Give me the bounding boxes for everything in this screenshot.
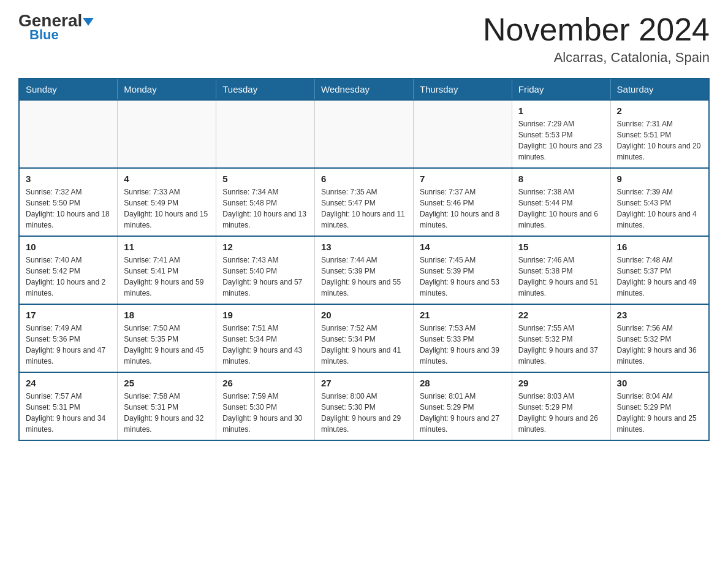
calendar-cell: 30Sunrise: 8:04 AMSunset: 5:29 PMDayligh… bbox=[610, 372, 709, 440]
day-number: 18 bbox=[124, 310, 210, 320]
day-info: Sunrise: 7:50 AMSunset: 5:35 PMDaylight:… bbox=[124, 323, 210, 367]
calendar-cell: 25Sunrise: 7:58 AMSunset: 5:31 PMDayligh… bbox=[118, 372, 216, 440]
calendar-week-row: 10Sunrise: 7:40 AMSunset: 5:42 PMDayligh… bbox=[19, 236, 709, 304]
calendar-cell: 23Sunrise: 7:56 AMSunset: 5:32 PMDayligh… bbox=[610, 304, 709, 372]
day-info: Sunrise: 7:48 AMSunset: 5:37 PMDaylight:… bbox=[617, 255, 702, 299]
day-info: Sunrise: 8:04 AMSunset: 5:29 PMDaylight:… bbox=[617, 391, 702, 435]
calendar-cell: 16Sunrise: 7:48 AMSunset: 5:37 PMDayligh… bbox=[610, 236, 709, 304]
header-sunday: Sunday bbox=[19, 79, 118, 100]
day-info: Sunrise: 7:34 AMSunset: 5:48 PMDaylight:… bbox=[222, 186, 308, 231]
calendar-cell bbox=[216, 100, 315, 168]
calendar-cell: 24Sunrise: 7:57 AMSunset: 5:31 PMDayligh… bbox=[19, 372, 118, 440]
day-number: 23 bbox=[617, 310, 702, 320]
day-number: 20 bbox=[321, 310, 407, 320]
weekday-header-row: Sunday Monday Tuesday Wednesday Thursday… bbox=[19, 79, 709, 100]
calendar-cell: 17Sunrise: 7:49 AMSunset: 5:36 PMDayligh… bbox=[19, 304, 118, 372]
day-number: 1 bbox=[518, 105, 604, 116]
day-number: 24 bbox=[26, 378, 111, 388]
day-info: Sunrise: 7:56 AMSunset: 5:32 PMDaylight:… bbox=[617, 323, 702, 367]
header-saturday: Saturday bbox=[610, 79, 709, 100]
header-wednesday: Wednesday bbox=[315, 79, 414, 100]
day-number: 29 bbox=[518, 378, 604, 388]
day-number: 25 bbox=[124, 378, 210, 388]
day-info: Sunrise: 7:59 AMSunset: 5:30 PMDaylight:… bbox=[222, 391, 308, 435]
day-info: Sunrise: 7:39 AMSunset: 5:43 PMDaylight:… bbox=[617, 186, 702, 231]
day-info: Sunrise: 7:29 AMSunset: 5:53 PMDaylight:… bbox=[518, 118, 604, 163]
day-number: 15 bbox=[518, 242, 604, 252]
calendar-cell: 5Sunrise: 7:34 AMSunset: 5:48 PMDaylight… bbox=[216, 168, 315, 236]
day-info: Sunrise: 7:41 AMSunset: 5:41 PMDaylight:… bbox=[124, 255, 210, 299]
day-info: Sunrise: 7:40 AMSunset: 5:42 PMDaylight:… bbox=[26, 255, 111, 299]
day-number: 5 bbox=[222, 174, 308, 184]
header-friday: Friday bbox=[512, 79, 610, 100]
day-number: 30 bbox=[617, 378, 702, 388]
day-number: 9 bbox=[617, 174, 702, 184]
day-number: 16 bbox=[617, 242, 702, 252]
header-thursday: Thursday bbox=[413, 79, 512, 100]
day-number: 13 bbox=[321, 242, 407, 252]
calendar-cell: 2Sunrise: 7:31 AMSunset: 5:51 PMDaylight… bbox=[610, 100, 709, 168]
calendar-week-row: 24Sunrise: 7:57 AMSunset: 5:31 PMDayligh… bbox=[19, 372, 709, 440]
day-number: 3 bbox=[26, 174, 111, 184]
day-info: Sunrise: 7:32 AMSunset: 5:50 PMDaylight:… bbox=[26, 186, 111, 231]
day-number: 11 bbox=[124, 242, 210, 252]
day-info: Sunrise: 7:58 AMSunset: 5:31 PMDaylight:… bbox=[124, 391, 210, 435]
calendar-cell: 27Sunrise: 8:00 AMSunset: 5:30 PMDayligh… bbox=[315, 372, 414, 440]
calendar-body: 1Sunrise: 7:29 AMSunset: 5:53 PMDaylight… bbox=[19, 100, 709, 440]
calendar-cell: 10Sunrise: 7:40 AMSunset: 5:42 PMDayligh… bbox=[19, 236, 118, 304]
calendar-cell: 19Sunrise: 7:51 AMSunset: 5:34 PMDayligh… bbox=[216, 304, 315, 372]
day-number: 10 bbox=[26, 242, 111, 252]
calendar-cell: 7Sunrise: 7:37 AMSunset: 5:46 PMDaylight… bbox=[413, 168, 512, 236]
location-title: Alcarras, Catalonia, Spain bbox=[483, 50, 710, 66]
day-info: Sunrise: 7:53 AMSunset: 5:33 PMDaylight:… bbox=[420, 323, 506, 367]
day-info: Sunrise: 7:31 AMSunset: 5:51 PMDaylight:… bbox=[617, 118, 702, 163]
day-info: Sunrise: 7:43 AMSunset: 5:40 PMDaylight:… bbox=[222, 255, 308, 299]
month-title: November 2024 bbox=[483, 12, 710, 47]
day-number: 19 bbox=[222, 310, 308, 320]
calendar-header: Sunday Monday Tuesday Wednesday Thursday… bbox=[19, 79, 709, 100]
calendar-cell bbox=[118, 100, 216, 168]
calendar-week-row: 17Sunrise: 7:49 AMSunset: 5:36 PMDayligh… bbox=[19, 304, 709, 372]
calendar-cell: 12Sunrise: 7:43 AMSunset: 5:40 PMDayligh… bbox=[216, 236, 315, 304]
day-info: Sunrise: 8:00 AMSunset: 5:30 PMDaylight:… bbox=[321, 391, 407, 435]
header-tuesday: Tuesday bbox=[216, 79, 315, 100]
calendar-cell: 3Sunrise: 7:32 AMSunset: 5:50 PMDaylight… bbox=[19, 168, 118, 236]
header-monday: Monday bbox=[118, 79, 216, 100]
day-info: Sunrise: 7:55 AMSunset: 5:32 PMDaylight:… bbox=[518, 323, 604, 367]
logo-blue: Blue bbox=[29, 27, 59, 43]
day-number: 27 bbox=[321, 378, 407, 388]
calendar-cell: 8Sunrise: 7:38 AMSunset: 5:44 PMDaylight… bbox=[512, 168, 610, 236]
day-info: Sunrise: 7:37 AMSunset: 5:46 PMDaylight:… bbox=[420, 186, 506, 231]
calendar-week-row: 3Sunrise: 7:32 AMSunset: 5:50 PMDaylight… bbox=[19, 168, 709, 236]
day-info: Sunrise: 8:01 AMSunset: 5:29 PMDaylight:… bbox=[420, 391, 506, 435]
day-number: 4 bbox=[124, 174, 210, 184]
day-info: Sunrise: 7:38 AMSunset: 5:44 PMDaylight:… bbox=[518, 186, 604, 231]
day-number: 21 bbox=[420, 310, 506, 320]
calendar-table: Sunday Monday Tuesday Wednesday Thursday… bbox=[18, 78, 710, 441]
logo: General Blue bbox=[18, 12, 94, 43]
day-number: 28 bbox=[420, 378, 506, 388]
day-info: Sunrise: 7:57 AMSunset: 5:31 PMDaylight:… bbox=[26, 391, 111, 435]
calendar-week-row: 1Sunrise: 7:29 AMSunset: 5:53 PMDaylight… bbox=[19, 100, 709, 168]
day-number: 6 bbox=[321, 174, 407, 184]
calendar-cell: 20Sunrise: 7:52 AMSunset: 5:34 PMDayligh… bbox=[315, 304, 414, 372]
calendar-cell: 4Sunrise: 7:33 AMSunset: 5:49 PMDaylight… bbox=[118, 168, 216, 236]
title-area: November 2024 Alcarras, Catalonia, Spain bbox=[483, 12, 710, 66]
day-info: Sunrise: 7:44 AMSunset: 5:39 PMDaylight:… bbox=[321, 255, 407, 299]
day-info: Sunrise: 8:03 AMSunset: 5:29 PMDaylight:… bbox=[518, 391, 604, 435]
day-number: 7 bbox=[420, 174, 506, 184]
calendar-cell: 11Sunrise: 7:41 AMSunset: 5:41 PMDayligh… bbox=[118, 236, 216, 304]
day-number: 17 bbox=[26, 310, 111, 320]
day-info: Sunrise: 7:33 AMSunset: 5:49 PMDaylight:… bbox=[124, 186, 210, 231]
day-number: 8 bbox=[518, 174, 604, 184]
day-info: Sunrise: 7:46 AMSunset: 5:38 PMDaylight:… bbox=[518, 255, 604, 299]
day-info: Sunrise: 7:51 AMSunset: 5:34 PMDaylight:… bbox=[222, 323, 308, 367]
calendar-cell: 1Sunrise: 7:29 AMSunset: 5:53 PMDaylight… bbox=[512, 100, 610, 168]
calendar-cell: 15Sunrise: 7:46 AMSunset: 5:38 PMDayligh… bbox=[512, 236, 610, 304]
calendar-cell bbox=[413, 100, 512, 168]
day-number: 22 bbox=[518, 310, 604, 320]
calendar-cell: 21Sunrise: 7:53 AMSunset: 5:33 PMDayligh… bbox=[413, 304, 512, 372]
calendar-cell: 26Sunrise: 7:59 AMSunset: 5:30 PMDayligh… bbox=[216, 372, 315, 440]
day-info: Sunrise: 7:35 AMSunset: 5:47 PMDaylight:… bbox=[321, 186, 407, 231]
day-info: Sunrise: 7:52 AMSunset: 5:34 PMDaylight:… bbox=[321, 323, 407, 367]
